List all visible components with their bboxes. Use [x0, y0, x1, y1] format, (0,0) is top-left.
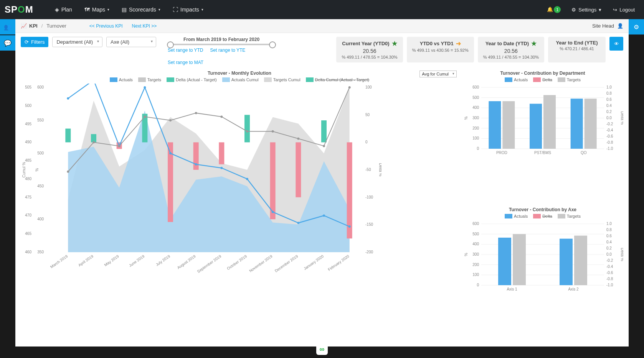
svg-point-58: [272, 130, 274, 133]
svg-rect-31: [193, 142, 199, 170]
svg-text:0.0: 0.0: [606, 252, 612, 256]
svg-point-60: [323, 145, 325, 147]
svg-text:December 2019: December 2019: [274, 254, 299, 273]
svg-point-54: [169, 119, 172, 122]
svg-text:0.8: 0.8: [606, 228, 612, 232]
range-mat[interactable]: Set range to MAT: [168, 60, 203, 65]
users-icon[interactable]: 👥: [0, 19, 15, 34]
svg-text:400: 400: [472, 242, 479, 246]
config-icon[interactable]: ⚙: [629, 19, 644, 34]
svg-rect-137: [498, 238, 511, 285]
svg-text:-0.8: -0.8: [606, 277, 613, 281]
date-range: From March 2019 to February 2020 Set ran…: [168, 37, 275, 65]
svg-rect-27: [91, 134, 96, 143]
right-rail: ⚙: [629, 19, 644, 34]
svg-text:Delta %: Delta %: [620, 111, 623, 125]
svg-text:500: 500: [472, 232, 479, 236]
logout-button[interactable]: ↪ Logout: [608, 7, 639, 13]
settings-menu[interactable]: ⚙ Settings ▾: [567, 7, 606, 13]
svg-text:%: %: [464, 253, 468, 256]
prev-kpi-link[interactable]: << Previous KPI: [89, 23, 123, 29]
svg-point-48: [323, 214, 325, 217]
svg-text:300: 300: [472, 116, 479, 120]
range-ytd[interactable]: Set range to YTD: [168, 48, 203, 53]
svg-text:600: 600: [472, 222, 479, 226]
svg-point-50: [67, 171, 69, 173]
toolbar: ⟳ Filters Department (All) Axe (All) Fro…: [15, 33, 629, 69]
range-slider[interactable]: [168, 44, 275, 45]
svg-rect-34: [270, 142, 276, 219]
svg-text:PROD: PROD: [496, 151, 507, 155]
svg-rect-105: [543, 95, 556, 149]
filters-button[interactable]: ⟳ Filters: [21, 37, 48, 47]
svg-text:0.0: 0.0: [606, 116, 612, 120]
svg-text:May 2019: May 2019: [104, 254, 120, 267]
svg-text:-0.8: -0.8: [606, 140, 613, 145]
svg-point-47: [297, 222, 299, 224]
svg-text:0.4: 0.4: [606, 103, 612, 108]
visibility-button[interactable]: 👁: [609, 37, 623, 51]
svg-rect-140: [560, 239, 573, 285]
nav-maps[interactable]: 🗺 Maps ▾: [78, 7, 116, 13]
breadcrumb: 📈 KPI / Turnover << Previous KPI Next KP…: [15, 19, 629, 33]
svg-point-43: [195, 163, 197, 166]
svg-rect-138: [513, 234, 526, 285]
svg-text:500: 500: [472, 95, 479, 100]
main-chart: Turnover - Monthly Evolution Avg for Cum…: [21, 71, 458, 341]
svg-text:-0.4: -0.4: [606, 264, 613, 269]
svg-text:100: 100: [365, 85, 372, 89]
card-yte: Year to End (YTE) % 470.21 / 486.41: [548, 37, 606, 62]
svg-text:July 2019: July 2019: [155, 254, 171, 267]
svg-point-53: [144, 115, 146, 118]
svg-text:400: 400: [472, 105, 479, 110]
svg-text:350: 350: [37, 250, 44, 254]
svg-text:-0.2: -0.2: [606, 258, 613, 263]
card-ytd: Year to Date (YTD)★ 20.56 % 499.11 / 478…: [478, 37, 544, 62]
svg-text:475: 475: [25, 195, 31, 199]
card-ytd0: Current Year (YTD0)★ 20.56 % 499.11 / 47…: [336, 37, 403, 62]
svg-text:500: 500: [25, 103, 31, 108]
svg-text:0.8: 0.8: [606, 91, 612, 95]
user-role: Site Head: [592, 23, 614, 29]
axe-select[interactable]: Axe (All): [106, 37, 156, 47]
content: 📈 KPI / Turnover << Previous KPI Next KP…: [15, 19, 629, 347]
svg-text:October 2019: October 2019: [226, 254, 248, 271]
svg-text:-0.4: -0.4: [606, 128, 613, 132]
svg-text:-0.2: -0.2: [606, 122, 613, 126]
svg-text:-1.0: -1.0: [606, 283, 613, 287]
svg-text:September 2019: September 2019: [197, 254, 222, 274]
svg-text:100: 100: [472, 136, 479, 140]
svg-text:Delta %: Delta %: [378, 163, 381, 176]
star-icon: ★: [531, 40, 537, 47]
svg-text:June 2019: June 2019: [128, 254, 145, 268]
svg-rect-26: [65, 129, 71, 143]
nav-plan[interactable]: ◈ Plan: [49, 7, 78, 13]
topbar: SPOM ◈ Plan 🗺 Maps ▾ ▤ Scorecards ▾ ⛶ Im…: [0, 0, 644, 19]
svg-rect-104: [530, 104, 542, 149]
svg-rect-37: [347, 142, 352, 238]
svg-point-49: [348, 225, 351, 228]
svg-text:0: 0: [477, 146, 479, 151]
chat-icon[interactable]: 💬: [0, 35, 15, 51]
svg-point-52: [118, 145, 121, 147]
svg-text:0.2: 0.2: [606, 246, 612, 250]
svg-text:-1.0: -1.0: [606, 146, 613, 151]
department-select[interactable]: Department (All): [52, 37, 102, 47]
cumul-select[interactable]: Avg for Cumul: [419, 71, 457, 77]
svg-text:500: 500: [37, 151, 44, 155]
svg-text:Delta %: Delta %: [620, 248, 623, 261]
nav-scorecards[interactable]: ▤ Scorecards ▾: [116, 7, 167, 13]
svg-text:-50: -50: [365, 168, 371, 172]
svg-text:0.6: 0.6: [606, 234, 612, 238]
nav-impacts[interactable]: ⛶ Impacts ▾: [167, 7, 210, 13]
next-kpi-link[interactable]: Next KPI >>: [132, 23, 157, 29]
axe-chart: Turnover - Contribution by Axe Actuals D…: [462, 207, 623, 341]
svg-text:-0.6: -0.6: [606, 271, 613, 275]
svg-text:January 2020: January 2020: [303, 254, 324, 271]
range-yte[interactable]: Set range to YTE: [210, 48, 246, 53]
svg-text:300: 300: [472, 252, 479, 256]
svg-rect-36: [321, 120, 327, 142]
notifications-button[interactable]: 🔔1: [543, 6, 565, 13]
svg-text:460: 460: [25, 250, 31, 254]
breadcrumb-title: Turnover: [46, 23, 66, 29]
